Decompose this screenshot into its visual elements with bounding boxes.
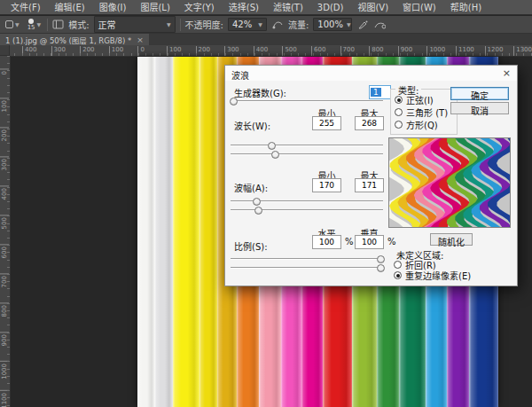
- wave-preview: [388, 137, 511, 228]
- toolbar-divider: [47, 19, 48, 31]
- menu-item[interactable]: 图层(L): [133, 0, 176, 15]
- slider-track: [231, 267, 383, 269]
- percent-sign: %: [345, 237, 354, 247]
- menu-item[interactable]: 文件(F): [4, 0, 48, 15]
- amplitude-max-input[interactable]: 171: [355, 178, 384, 192]
- ruler-number: 800: [0, 302, 9, 317]
- toggle-brush-panel-icon[interactable]: [52, 20, 64, 29]
- radio-triangle[interactable]: 三角形 (T): [395, 106, 448, 119]
- brush-preset-picker[interactable]: 15 ▼: [26, 19, 43, 31]
- slider-thumb[interactable]: [377, 264, 385, 272]
- amplitude-min-input[interactable]: 170: [312, 178, 341, 192]
- wavelength-min-input[interactable]: 255: [312, 116, 341, 130]
- options-bar: ▼ 15 ▼ 模式: 正常 ▼ 不透明度: 42% ▼ 流量: 100%: [0, 16, 532, 34]
- color-stripe: [137, 57, 155, 407]
- ruler-number: 1000: [0, 361, 9, 380]
- pressure-opacity-icon[interactable]: [271, 20, 284, 30]
- radio-sine[interactable]: 正弦(I): [395, 93, 434, 106]
- flow-value: 100%: [317, 20, 343, 29]
- slider-thumb[interactable]: [377, 255, 385, 263]
- amplitude-min-slider[interactable]: [231, 198, 383, 206]
- ruler-number: 700: [340, 46, 355, 56]
- ruler-number: 400: [0, 185, 9, 200]
- pressure-size-icon[interactable]: [373, 20, 386, 30]
- tab-bar: 1 (1).jpg @ 50% (图层 1, RGB/8) * ×: [0, 34, 532, 46]
- radio-repeat-edge-pixels[interactable]: 重复边缘像素(E): [394, 269, 471, 282]
- scale-horizontal-slider[interactable]: [231, 255, 383, 263]
- color-stripe: [200, 57, 217, 407]
- randomize-button[interactable]: 随机化: [430, 233, 473, 246]
- menu-item[interactable]: 文字(Y): [177, 0, 222, 15]
- menu-item[interactable]: 3D(D): [310, 0, 351, 15]
- flow-select[interactable]: 100% ▼: [313, 18, 352, 31]
- dialog-close-icon[interactable]: ×: [503, 67, 511, 79]
- menu-item[interactable]: 图像(I): [92, 0, 134, 15]
- opacity-select[interactable]: 42% ▼: [228, 18, 267, 31]
- chevron-down-icon: ▼: [15, 22, 20, 27]
- toolbar-divider: [180, 19, 181, 31]
- wavelength-max-slider[interactable]: [231, 151, 383, 159]
- ruler-number: 300: [224, 46, 239, 56]
- wavelength-max-input[interactable]: 268: [355, 116, 384, 130]
- dialog-title-bar[interactable]: 波浪 ×: [225, 66, 517, 81]
- mode-label: 模式:: [68, 18, 89, 31]
- color-stripe: [173, 57, 200, 407]
- tool-preset-icon: [5, 20, 13, 28]
- generators-value: 1: [371, 88, 381, 97]
- document-tab[interactable]: 1 (1).jpg @ 50% (图层 1, RGB/8) * ×: [0, 34, 149, 45]
- chevron-down-icon: ▼: [37, 22, 42, 27]
- slider-thumb[interactable]: [253, 198, 261, 206]
- generators-slider[interactable]: [231, 98, 383, 106]
- slider-track: [231, 100, 383, 102]
- horizontal-ruler[interactable]: 4003002001000100200300400500600700800900…: [0, 45, 532, 57]
- tab-close-icon[interactable]: ×: [137, 35, 144, 44]
- airbrush-icon[interactable]: [356, 20, 369, 30]
- vertical-ruler[interactable]: 010020030040050060070080090010001100: [0, 56, 11, 407]
- brush-tip-icon: [28, 19, 34, 24]
- slider-track: [231, 209, 383, 211]
- scale-label: 比例(S):: [234, 239, 268, 253]
- slider-track: [231, 145, 383, 146]
- menu-item[interactable]: 选择(S): [222, 0, 266, 15]
- slider-thumb[interactable]: [271, 151, 279, 159]
- ruler-number: 1300: [513, 46, 532, 56]
- menu-bar: 文件(F)编辑(E)图像(I)图层(L)文字(Y)选择(S)滤镜(T)3D(D)…: [0, 0, 532, 15]
- ruler-number: 100: [167, 46, 181, 56]
- ruler-number: 900: [0, 332, 9, 346]
- menu-item[interactable]: 窗口(W): [395, 0, 443, 15]
- tool-preset-picker[interactable]: ▼: [4, 20, 21, 28]
- radio-icon: [395, 108, 403, 116]
- slider-thumb[interactable]: [268, 142, 276, 150]
- radio-icon: [394, 261, 402, 269]
- ruler-number: 400: [22, 46, 36, 56]
- slider-thumb[interactable]: [230, 98, 238, 106]
- ruler-number: 200: [0, 127, 9, 141]
- ruler-number: 1100: [456, 46, 474, 56]
- radio-label: 三角形 (T): [406, 106, 448, 119]
- menu-item[interactable]: 编辑(E): [48, 0, 92, 15]
- slider-thumb[interactable]: [254, 207, 262, 215]
- percent-sign: %: [387, 237, 396, 247]
- cancel-button[interactable]: 取消: [450, 102, 509, 114]
- opacity-label: 不透明度:: [185, 18, 223, 31]
- amplitude-label: 波幅(A):: [234, 181, 268, 194]
- ruler-number: 0: [137, 46, 144, 56]
- menu-item[interactable]: 滤镜(T): [266, 0, 310, 15]
- radio-square[interactable]: 方形(Q): [395, 118, 438, 131]
- ruler-number: 0: [0, 68, 9, 74]
- opacity-value: 42%: [232, 20, 252, 29]
- ok-button[interactable]: 确定: [450, 87, 509, 100]
- menu-item[interactable]: 视图(V): [350, 0, 395, 15]
- scale-vertical-input[interactable]: 100: [355, 235, 384, 249]
- blend-mode-value: 正常: [98, 18, 116, 31]
- amplitude-max-slider[interactable]: [231, 207, 383, 215]
- menu-item[interactable]: 帮助(H): [443, 0, 489, 15]
- photoshop-window: 文件(F)编辑(E)图像(I)图层(L)文字(Y)选择(S)滤镜(T)3D(D)…: [0, 0, 532, 407]
- ruler-number: 900: [398, 46, 412, 56]
- radio-label: 方形(Q): [406, 118, 438, 131]
- blend-mode-select[interactable]: 正常 ▼: [94, 16, 176, 33]
- scale-horizontal-input[interactable]: 100: [312, 235, 341, 249]
- scale-vertical-slider[interactable]: [231, 264, 383, 272]
- document-tab-title: 1 (1).jpg @ 50% (图层 1, RGB/8) *: [5, 35, 131, 45]
- wavelength-min-slider[interactable]: [231, 142, 383, 150]
